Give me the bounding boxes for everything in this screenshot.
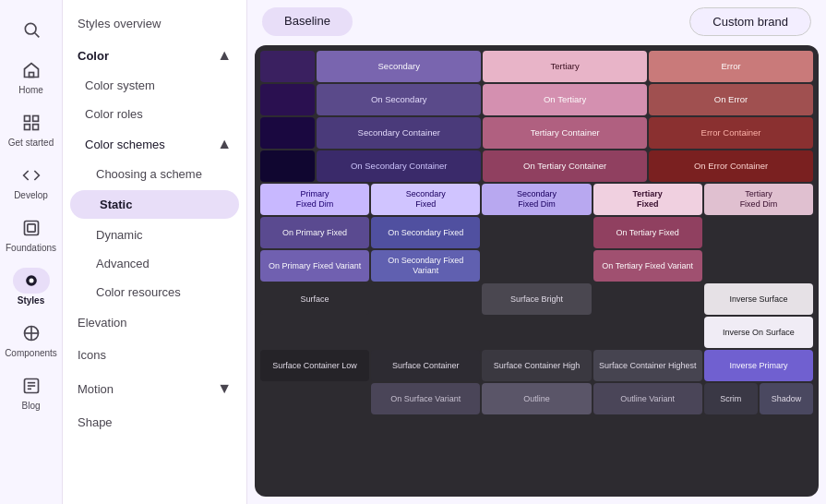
develop-label: Develop — [14, 190, 48, 200]
sidebar-item-icons[interactable]: Icons — [63, 339, 246, 371]
swatch-tertiary-fixed: TertiaryFixed — [593, 184, 702, 215]
chevron-down-icon-motion: ▼ — [217, 380, 232, 397]
swatch-scrim: Scrim — [704, 383, 758, 414]
swatch-tertiary: Tertiary — [483, 51, 647, 82]
swatch-secondary: Secondary — [317, 51, 481, 82]
svg-rect-7 — [24, 222, 38, 235]
swatch-on-primary-fixed: On Primary Fixed — [260, 217, 369, 248]
sidebar-item-elevation[interactable]: Elevation — [63, 306, 246, 339]
swatch-secondary-fixed: SecondaryFixed — [371, 184, 480, 215]
get-started-icon-item[interactable]: Get started — [0, 102, 62, 155]
sidebar-item-advanced[interactable]: Advanced — [63, 249, 246, 278]
foundations-icon — [22, 219, 41, 237]
swatch-on-primary-fixed-variant: On Primary Fixed Variant — [260, 250, 369, 282]
swatch-surface-container-high: Surface Container High — [482, 350, 591, 381]
swatch-surface: Surface — [260, 283, 369, 315]
swatch-inverse-primary: Inverse Primary — [704, 350, 813, 381]
blog-label: Blog — [21, 401, 40, 411]
swatch-secondary-fixed-dim: SecondaryFixed Dim — [482, 184, 591, 215]
swatch-shadow: Shadow — [760, 383, 813, 414]
sidebar-item-color-system[interactable]: Color system — [63, 71, 246, 100]
blog-icon — [22, 377, 41, 395]
sidebar-item-choosing-a-scheme[interactable]: Choosing a scheme — [63, 160, 246, 188]
get-started-label: Get started — [8, 138, 54, 148]
components-label: Components — [5, 348, 57, 358]
swatch-primary-fixed-dim: PrimaryFixed Dim — [260, 184, 369, 215]
sidebar-item-dynamic[interactable]: Dynamic — [63, 221, 246, 249]
home-icon — [22, 61, 41, 79]
swatch-on-tertiary: On Tertiary — [483, 84, 647, 115]
components-icon-item[interactable]: Components — [0, 313, 62, 366]
chevron-up-icon-schemes: ▲ — [217, 136, 232, 152]
home-icon-item[interactable]: Home — [0, 50, 62, 102]
swatch-on-secondary-fixed-variant: On Secondary Fixed Variant — [371, 250, 480, 282]
tab-baseline[interactable]: Baseline — [262, 7, 353, 36]
foundations-label: Foundations — [6, 243, 56, 253]
swatch-surface-container-low: Surface Container Low — [260, 350, 369, 381]
search-icon-item[interactable] — [0, 9, 62, 50]
styles-label: Styles — [18, 295, 44, 306]
swatch-outline: Outline — [482, 383, 591, 414]
svg-point-0 — [25, 23, 36, 34]
swatch-on-secondary-container: On Secondary Container — [317, 150, 481, 182]
swatch-on-secondary: On Secondary — [317, 84, 481, 115]
swatch-error-container: Error Container — [649, 117, 813, 149]
swatch-tertiary-fixed-dim: TertiaryFixed Dim — [704, 184, 813, 215]
svg-rect-4 — [32, 116, 38, 122]
svg-rect-8 — [27, 224, 34, 232]
svg-rect-3 — [24, 116, 30, 122]
swatch-on-error-container: On Error Container — [649, 150, 813, 182]
sidebar-item-color-roles[interactable]: Color roles — [63, 100, 246, 128]
swatch-secondary-container: Secondary Container — [317, 117, 481, 149]
svg-point-10 — [29, 279, 33, 283]
sidebar-section-color[interactable]: Color ▲ — [63, 40, 246, 71]
components-icon — [22, 324, 41, 342]
swatch-on-tertiary-fixed-variant: On Tertiary Fixed Variant — [593, 250, 702, 282]
styles-icon — [22, 271, 41, 290]
sidebar-item-static[interactable]: Static — [70, 190, 239, 219]
swatch-on-error: On Error — [649, 84, 813, 115]
svg-rect-5 — [24, 125, 30, 130]
swatch-surface-container-highest: Surface Container Highest — [593, 350, 702, 381]
main-content: Baseline Custom brand Secondary Tertiary… — [247, 0, 826, 504]
chevron-up-icon: ▲ — [217, 47, 232, 64]
swatch-surface-bright: Surface Bright — [482, 283, 591, 315]
blog-icon-item[interactable]: Blog — [0, 366, 62, 418]
swatch-on-tertiary-fixed: On Tertiary Fixed — [593, 217, 702, 248]
develop-icon-item[interactable]: Develop — [0, 155, 62, 208]
color-swatch-panel: Secondary Tertiary Error On Secondary On… — [255, 45, 819, 497]
sidebar-section-color-schemes[interactable]: Color schemes ▲ — [63, 128, 246, 160]
swatch-on-secondary-fixed: On Secondary Fixed — [371, 217, 480, 248]
search-icon — [22, 20, 41, 39]
swatch-inverse-surface: Inverse Surface — [704, 283, 813, 315]
icon-bar: Home Get started Develop Foundations — [0, 0, 63, 504]
foundations-icon-item[interactable]: Foundations — [0, 208, 62, 260]
swatch-on-surface-variant: On Surface Variant — [371, 383, 480, 414]
sidebar: Styles overview Color ▲ Color system Col… — [63, 0, 247, 504]
svg-rect-2 — [29, 73, 33, 78]
top-tab-bar: Baseline Custom brand — [247, 0, 826, 42]
code-icon — [22, 166, 41, 185]
home-label: Home — [18, 85, 43, 95]
swatch-error: Error — [649, 51, 813, 82]
tab-custom-brand[interactable]: Custom brand — [689, 7, 811, 36]
sidebar-item-color-resources[interactable]: Color resources — [63, 278, 246, 306]
swatch-inverse-on-surface: Inverse On Surface — [704, 317, 813, 348]
swatch-surface-container: Surface Container — [371, 350, 480, 381]
swatch-outline-variant: Outline Variant — [593, 383, 702, 414]
sidebar-item-styles-overview[interactable]: Styles overview — [63, 7, 246, 40]
swatch-tertiary-container: Tertiary Container — [483, 117, 647, 149]
sidebar-item-shape[interactable]: Shape — [63, 406, 246, 438]
styles-icon-item[interactable]: Styles — [0, 260, 62, 313]
grid-icon — [22, 114, 41, 132]
svg-rect-6 — [32, 125, 38, 130]
svg-line-1 — [34, 33, 39, 38]
sidebar-item-motion[interactable]: Motion ▼ — [63, 371, 246, 406]
swatch-on-tertiary-container: On Tertiary Container — [483, 150, 647, 182]
